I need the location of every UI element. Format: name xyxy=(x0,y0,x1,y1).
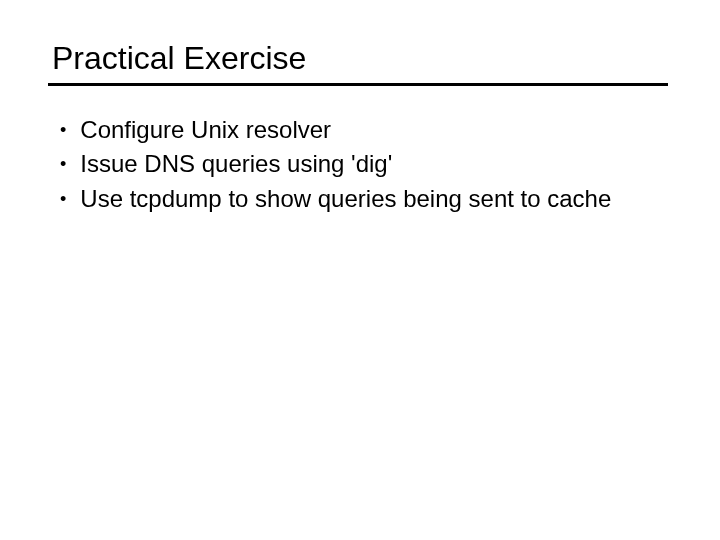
bullet-text: Use tcpdump to show queries being sent t… xyxy=(80,183,672,215)
bullet-text: Issue DNS queries using 'dig' xyxy=(80,148,672,180)
list-item: • Issue DNS queries using 'dig' xyxy=(60,148,672,180)
list-item: • Configure Unix resolver xyxy=(60,114,672,146)
bullet-icon: • xyxy=(60,148,66,180)
slide-container: Practical Exercise • Configure Unix reso… xyxy=(0,0,720,257)
list-item: • Use tcpdump to show queries being sent… xyxy=(60,183,672,215)
bullet-icon: • xyxy=(60,183,66,215)
slide-title: Practical Exercise xyxy=(52,40,672,83)
bullet-list: • Configure Unix resolver • Issue DNS qu… xyxy=(48,114,672,215)
bullet-text: Configure Unix resolver xyxy=(80,114,672,146)
bullet-icon: • xyxy=(60,114,66,146)
title-underline xyxy=(48,83,668,86)
